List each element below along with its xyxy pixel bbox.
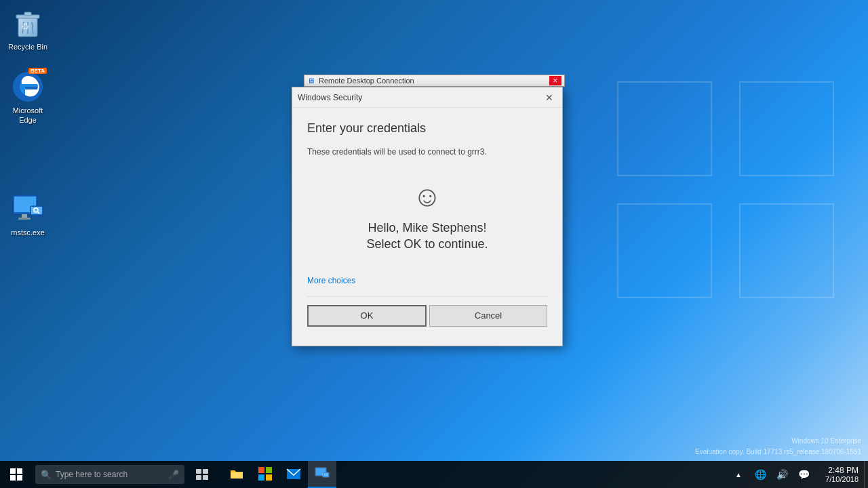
svg-rect-26 — [258, 474, 264, 481]
rdp-close-button[interactable]: ✕ — [549, 76, 561, 85]
clock-time: 2:48 PM — [828, 466, 859, 475]
edge-label: Microsoft Edge — [3, 106, 52, 125]
svg-rect-23 — [203, 475, 208, 480]
mstsc-label: mstsc.exe — [11, 228, 45, 237]
svg-rect-20 — [196, 469, 201, 474]
taskbar-search[interactable]: 🔍 Type here to search 🎤 — [35, 465, 184, 484]
dialog-buttons: OK Cancel — [307, 296, 547, 332]
edge-beta-badge: BETA — [28, 68, 47, 74]
clock-date: 7/10/2018 — [825, 475, 859, 483]
dialog-user-section: ☺ Hello, Mike Stephens! Select OK to con… — [307, 171, 547, 262]
volume-icon[interactable]: 🔊 — [771, 461, 793, 488]
recycle-bin-icon: ♻ — [12, 7, 44, 39]
desktop-icon-recycle-bin[interactable]: ♻ Recycle Bin — [1, 4, 55, 54]
build-info: Windows 10 Enterprise Evaluation copy. B… — [695, 436, 861, 458]
ok-button[interactable]: OK — [307, 305, 427, 327]
build-info-line1: Windows 10 Enterprise — [695, 436, 861, 447]
taskbar-system-tray: ▲ 🌐 🔊 💬 — [722, 461, 820, 488]
hello-text-line1: Hello, Mike Stephens! — [307, 219, 547, 237]
taskbar-file-explorer[interactable] — [222, 461, 251, 488]
search-placeholder: Type here to search — [56, 470, 168, 479]
svg-rect-2 — [24, 12, 31, 16]
mstsc-icon — [12, 192, 44, 225]
show-desktop-button[interactable] — [864, 461, 868, 488]
desktop-icon-mstsc[interactable]: mstsc.exe — [1, 190, 55, 240]
dialog-body: Enter your credentials These credentials… — [292, 108, 562, 346]
dialog-titlebar: Windows Security ✕ — [292, 87, 562, 108]
edge-icon: BETA — [12, 70, 44, 103]
desktop-icon-edge[interactable]: BETA Microsoft Edge — [1, 68, 55, 128]
user-smiley-icon: ☺ — [307, 182, 547, 211]
windows-logo-bg — [617, 81, 834, 298]
cancel-button[interactable]: Cancel — [429, 305, 547, 327]
svg-rect-24 — [258, 467, 264, 473]
svg-rect-16 — [10, 468, 16, 474]
taskbar-mail[interactable] — [279, 461, 308, 488]
rdp-title: Remote Desktop Connection — [319, 77, 549, 85]
svg-rect-18 — [10, 475, 16, 481]
task-view-button[interactable] — [187, 461, 217, 488]
rdp-behind-window: 🖥 Remote Desktop Connection ✕ — [304, 75, 565, 87]
microphone-icon: 🎤 — [168, 470, 179, 480]
network-icon[interactable]: 🌐 — [749, 461, 771, 488]
desktop: ♻ Recycle Bin BETA Microsoft Edge — [0, 0, 868, 488]
taskbar-rdp-app[interactable] — [308, 461, 336, 488]
build-info-line2: Evaluation copy. Build 17713.rs5_release… — [695, 447, 861, 458]
dialog-close-button[interactable]: ✕ — [542, 91, 557, 104]
svg-text:♻: ♻ — [21, 21, 30, 32]
taskbar: 🔍 Type here to search 🎤 — [0, 461, 868, 488]
svg-rect-21 — [203, 469, 208, 474]
more-choices-link[interactable]: More choices — [307, 276, 547, 285]
svg-rect-25 — [266, 467, 272, 473]
svg-rect-22 — [196, 475, 201, 480]
start-button[interactable] — [0, 461, 33, 488]
taskbar-store[interactable] — [251, 461, 279, 488]
svg-rect-32 — [323, 473, 328, 476]
recycle-bin-label: Recycle Bin — [8, 42, 47, 52]
notification-icon[interactable]: 💬 — [793, 461, 814, 488]
svg-rect-17 — [17, 468, 22, 474]
security-dialog: Windows Security ✕ Enter your credential… — [292, 87, 563, 346]
dialog-title: Windows Security — [298, 93, 362, 102]
tray-overflow-button[interactable]: ▲ — [728, 461, 749, 488]
dialog-info-text: These credentials will be used to connec… — [307, 146, 547, 158]
taskbar-clock[interactable]: 2:48 PM 7/10/2018 — [820, 466, 864, 483]
svg-rect-27 — [266, 474, 272, 481]
svg-rect-19 — [17, 475, 22, 481]
svg-rect-11 — [18, 218, 31, 220]
taskbar-middle — [217, 461, 722, 488]
hello-text-line2: Select OK to continue. — [307, 237, 547, 251]
dialog-heading: Enter your credentials — [307, 121, 547, 136]
search-icon: 🔍 — [41, 470, 52, 480]
